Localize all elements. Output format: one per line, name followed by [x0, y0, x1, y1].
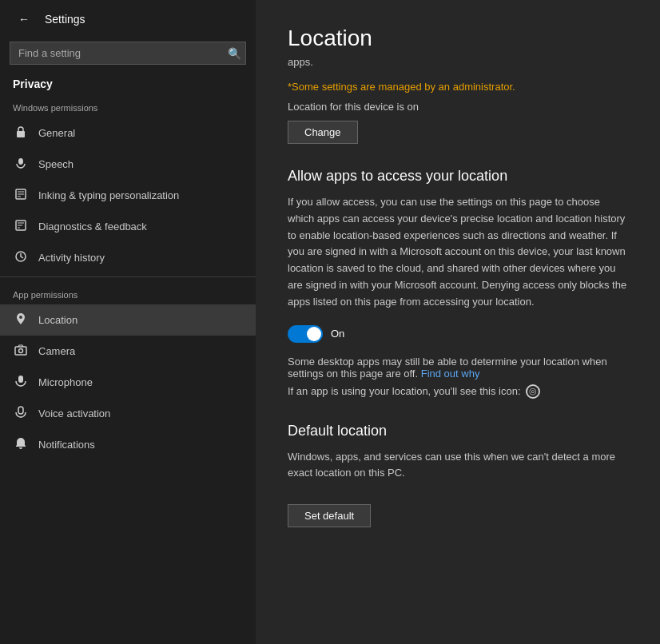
toggle-knob: [307, 327, 321, 341]
sidebar: ← Settings 🔍 Privacy Windows permissions…: [0, 0, 256, 644]
sidebar-item-camera[interactable]: Camera: [0, 336, 256, 367]
svg-rect-8: [18, 407, 23, 414]
privacy-label: Privacy: [0, 71, 256, 93]
notifications-icon: [13, 437, 29, 452]
default-location-heading: Default location: [288, 423, 628, 439]
sidebar-item-voice-label: Voice activation: [38, 407, 110, 419]
svg-rect-0: [17, 131, 25, 137]
back-button[interactable]: ←: [13, 8, 35, 30]
sidebar-item-activity[interactable]: Activity history: [0, 242, 256, 273]
app-permissions-label: App permissions: [0, 280, 256, 304]
toggle-label: On: [331, 328, 344, 340]
inking-icon: [13, 188, 29, 203]
icon-note-text: If an app is using your location, you'll…: [288, 385, 521, 397]
sidebar-item-activity-label: Activity history: [38, 252, 105, 264]
sidebar-item-location-label: Location: [38, 314, 78, 326]
footer-note: Some desktop apps may still be able to d…: [288, 356, 628, 380]
set-default-button[interactable]: Set default: [288, 504, 371, 527]
windows-permissions-label: Windows permissions: [0, 93, 256, 117]
sidebar-item-diagnostics[interactable]: Diagnostics & feedback: [0, 211, 256, 242]
page-subtitle: apps.: [288, 56, 628, 68]
diagnostics-icon: [13, 219, 29, 234]
allow-section-description: If you allow access, you can use the set…: [288, 194, 628, 311]
sidebar-item-camera-label: Camera: [38, 345, 75, 357]
sidebar-header: ← Settings: [0, 0, 256, 38]
sidebar-item-general[interactable]: General: [0, 117, 256, 149]
camera-icon: [13, 344, 29, 359]
sidebar-item-diagnostics-label: Diagnostics & feedback: [38, 221, 147, 233]
sidebar-item-voice[interactable]: Voice activation: [0, 398, 256, 429]
default-location-description: Windows, apps, and services can use this…: [288, 449, 628, 483]
sidebar-item-microphone[interactable]: Microphone: [0, 367, 256, 398]
location-icon: [13, 312, 29, 328]
svg-point-1: [18, 158, 23, 165]
location-toggle-row: On: [288, 325, 628, 343]
voice-icon: [13, 406, 29, 421]
page-title: Location: [288, 26, 628, 51]
main-content: Location apps. *Some settings are manage…: [256, 0, 660, 644]
default-location-section: Default location Windows, apps, and serv…: [288, 423, 628, 528]
location-indicator-icon: ◎: [526, 384, 540, 399]
sidebar-item-notifications[interactable]: Notifications: [0, 429, 256, 460]
sidebar-item-inking[interactable]: Inking & typing personalization: [0, 180, 256, 211]
microphone-icon: [13, 375, 29, 390]
sidebar-item-inking-label: Inking & typing personalization: [38, 189, 179, 201]
speech-icon: [13, 157, 29, 172]
svg-point-6: [19, 349, 23, 353]
device-status: Location for this device is on: [288, 101, 628, 113]
icon-note: If an app is using your location, you'll…: [288, 384, 628, 399]
sidebar-item-microphone-label: Microphone: [38, 376, 93, 388]
activity-icon: [13, 250, 29, 265]
svg-rect-7: [18, 376, 23, 383]
search-icon[interactable]: 🔍: [228, 47, 241, 60]
sidebar-title-label: Settings: [45, 13, 85, 26]
lock-icon: [13, 125, 29, 141]
search-input[interactable]: [10, 42, 246, 65]
sidebar-item-speech-label: Speech: [38, 158, 74, 170]
admin-notice: *Some settings are managed by an adminis…: [288, 81, 628, 93]
change-button[interactable]: Change: [288, 121, 358, 144]
search-box-container: 🔍: [10, 42, 246, 65]
sidebar-item-location[interactable]: Location: [0, 304, 256, 336]
sidebar-item-speech[interactable]: Speech: [0, 149, 256, 180]
sidebar-item-general-label: General: [38, 127, 75, 139]
sidebar-item-notifications-label: Notifications: [38, 439, 95, 451]
find-out-link[interactable]: Find out why: [421, 368, 480, 380]
allow-section-heading: Allow apps to access your location: [288, 168, 628, 185]
sidebar-divider: [0, 276, 256, 277]
location-toggle[interactable]: [288, 325, 323, 343]
svg-rect-5: [15, 347, 26, 355]
